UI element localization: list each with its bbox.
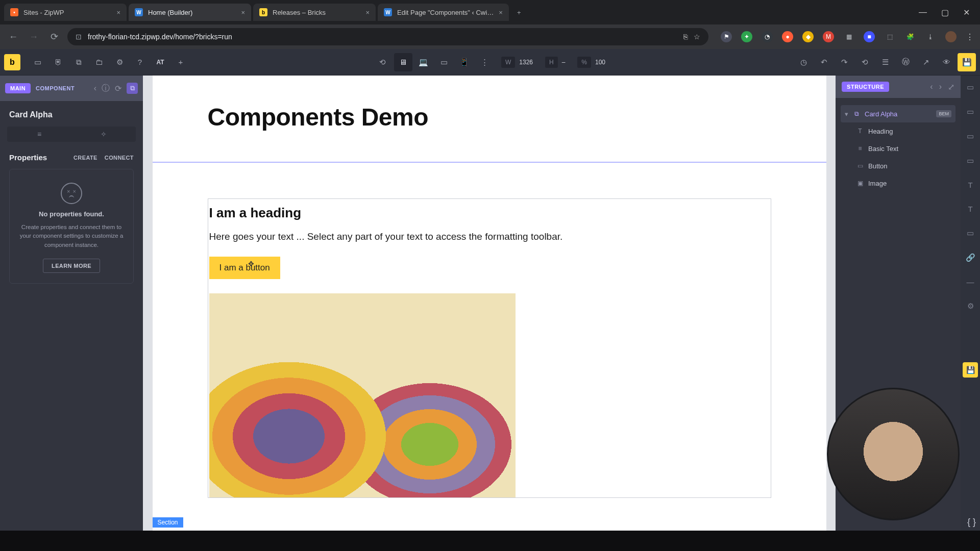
profile-avatar-icon[interactable] [945,31,957,42]
expand-icon[interactable]: ⤢ [948,82,954,92]
maximize-icon[interactable]: ▢ [941,8,949,17]
wordpress-icon[interactable]: Ⓦ [896,53,915,71]
learn-more-button[interactable]: LEARN MORE [43,259,100,273]
mobile-breakpoint-icon[interactable]: 📱 [455,53,474,71]
downloads-icon[interactable]: ⭳ [925,31,936,42]
refresh-small-icon[interactable]: ⟳ [115,84,121,93]
card-alpha-instance[interactable]: I am a heading Here goes your text ... S… [208,198,771,498]
chevron-right-icon[interactable]: › [939,82,942,92]
rail-button-icon[interactable]: ▭ [967,229,974,238]
rail-css-icon[interactable]: ⚙ [967,302,974,311]
at-toggle[interactable]: AT [151,53,169,71]
reload-icon[interactable]: ⟳ [47,31,61,42]
history-icon[interactable]: ◷ [794,53,813,71]
bricks-logo[interactable]: b [4,54,20,70]
extension-icon[interactable]: ✦ [741,31,752,42]
revisions-icon[interactable]: ⟲ [855,53,874,71]
close-window-icon[interactable]: ✕ [963,8,970,17]
desktop-breakpoint-icon[interactable]: 🖥 [394,53,412,71]
forward-icon[interactable]: → [27,32,41,42]
card-button[interactable]: I am a button ✥ [209,257,280,279]
os-taskbar[interactable] [0,531,980,551]
component-box-icon[interactable]: ⧉ [127,83,138,94]
rail-section-icon[interactable]: ▭ [967,83,974,92]
close-icon[interactable]: × [365,9,370,16]
card-heading[interactable]: I am a heading [209,205,771,221]
install-app-icon[interactable]: ⎘ [683,33,688,41]
chevron-left-icon[interactable]: ‹ [930,82,933,92]
component-tab[interactable]: COMPONENT [36,85,75,91]
redo-icon[interactable]: ↷ [835,53,853,71]
browser-tab[interactable]: b Releases – Bricks × [253,4,376,21]
shield-icon[interactable]: ⛨ [49,53,67,71]
url-input[interactable]: ⊡ frothy-florian-tcd.zipwp.dev/home/?bri… [67,28,708,45]
refresh-icon[interactable]: ⟲ [374,53,392,71]
create-property-button[interactable]: CREATE [74,155,97,161]
info-icon[interactable]: ⓘ [102,83,110,94]
style-tab-icon[interactable]: ✧ [71,127,136,142]
connect-property-button[interactable]: CONNECT [105,155,134,161]
close-icon[interactable]: × [241,9,245,16]
tree-node[interactable]: ▭ Button [841,157,955,174]
tree-node[interactable]: ▣ Image [841,174,955,192]
canvas[interactable]: Components Demo I am a heading Here goes… [143,76,836,531]
browser-tab[interactable]: W Edit Page "Components" ‹ Cwi… × [378,4,509,21]
extension-icon[interactable]: ◆ [802,31,814,42]
tree-node[interactable]: ≡ Basic Text [841,140,955,157]
extensions-menu-icon[interactable]: 🧩 [904,31,916,42]
card-text[interactable]: Here goes your text ... Select any part … [209,231,771,242]
extension-icon[interactable]: ▦ [843,31,854,42]
browser-tab[interactable]: W Home (Builder) × [129,4,251,21]
new-tab-button[interactable]: + [511,4,527,21]
back-icon[interactable]: ← [6,32,20,42]
main-tab[interactable]: MAIN [5,83,31,93]
page-title[interactable]: Components Demo [208,103,771,131]
structure-tab[interactable]: STRUCTURE [842,82,889,92]
rail-div-icon[interactable]: ▭ [967,156,974,165]
rail-link-icon[interactable]: 🔗 [966,253,975,262]
extension-icon[interactable]: ● [782,31,793,42]
rail-block-icon[interactable]: ▭ [967,132,974,141]
layers-icon[interactable]: ☰ [876,53,894,71]
code-toggle-icon[interactable]: { } [967,517,976,528]
extension-icon[interactable]: ◔ [762,31,773,42]
tablet-breakpoint-icon[interactable]: ▭ [435,53,453,71]
folder-icon[interactable]: 🗀 [90,53,108,71]
help-icon[interactable]: ? [131,53,149,71]
undo-icon[interactable]: ↶ [815,53,833,71]
browser-menu-icon[interactable]: ⋮ [966,32,974,42]
rail-heading-icon[interactable]: T [968,181,972,189]
content-tab-icon[interactable]: ≡ [7,127,71,142]
card-image[interactable] [209,293,516,497]
rail-container-icon[interactable]: ▭ [967,107,974,116]
canvas-zoom[interactable]: % 100 [577,57,605,68]
chevron-left-icon[interactable]: ‹ [94,84,96,93]
add-element-icon[interactable]: + [172,53,190,71]
chevron-down-icon[interactable]: ▾ [845,110,848,118]
save-button[interactable]: 💾 [958,53,976,71]
laptop-breakpoint-icon[interactable]: 💻 [414,53,433,71]
browser-tab[interactable]: • Sites - ZipWP × [4,4,127,21]
breakpoint-menu-icon[interactable]: ⋮ [476,53,494,71]
open-page-icon[interactable]: ↗ [917,53,935,71]
rail-text-icon[interactable]: T [968,205,972,213]
floating-save-icon[interactable]: 💾 [963,362,978,378]
tree-node-root[interactable]: ▾ ⧉ Card Alpha BEM [841,105,955,122]
site-info-icon[interactable]: ⊡ [76,33,82,41]
copy-icon[interactable]: ⧉ [69,53,88,71]
close-icon[interactable]: × [116,9,120,16]
extension-icon[interactable]: ⬚ [884,31,895,42]
section-label[interactable]: Section [153,517,183,528]
settings-icon[interactable]: ⚙ [110,53,129,71]
bookmark-icon[interactable]: ☆ [694,33,700,41]
close-icon[interactable]: × [499,9,503,16]
pointer-tool-icon[interactable]: ▭ [29,53,47,71]
extension-icon[interactable]: M [823,31,834,42]
preview-icon[interactable]: 👁 [937,53,955,71]
rail-divider-icon[interactable]: — [967,278,974,286]
minimize-icon[interactable]: — [919,8,927,17]
tree-node[interactable]: T Heading [841,122,955,140]
extension-icon[interactable]: ⚑ [721,31,732,42]
page[interactable]: Components Demo I am a heading Here goes… [153,76,826,531]
extension-icon[interactable]: ■ [864,31,875,42]
